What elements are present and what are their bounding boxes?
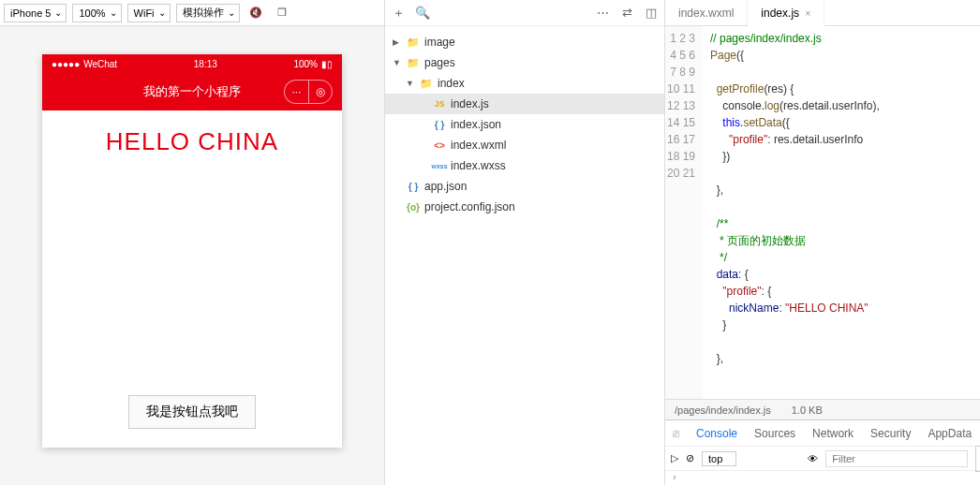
tree-label: index.js <box>451 97 489 110</box>
clear-icon[interactable]: ⊘ <box>686 452 694 464</box>
phone-mockup: ●●●●● WeChat 18:13 100% ▮▯ 我的第一个小程序 ··· … <box>42 54 342 448</box>
simulator-toolbar: iPhone 5 100% WiFi 模拟操作 🔇 ❐ <box>0 0 384 26</box>
split-icon[interactable]: ◫ <box>644 6 659 21</box>
demo-button[interactable]: 我是按钮点我吧 <box>128 395 256 429</box>
devtools-tab-console[interactable]: Console <box>696 427 737 440</box>
file-size: 1.0 KB <box>792 404 823 416</box>
eye-icon[interactable]: 👁 <box>808 453 818 464</box>
devtools-panel: ⎚ ConsoleSourcesNetworkSecurityAppDataAu… <box>665 419 980 485</box>
tree-label: image <box>424 36 455 49</box>
js-icon: JS <box>432 99 447 109</box>
time-label: 18:13 <box>194 59 217 69</box>
close-icon[interactable]: × <box>805 7 810 19</box>
tree-item-index-wxml[interactable]: <>index.wxml <box>385 135 664 155</box>
file-tree-panel: ＋ 🔍 ⋯ ⇄ ◫ ▶📁image▼📁pages▼📁indexJSindex.j… <box>384 0 665 485</box>
json-icon: { } <box>406 182 421 192</box>
folder-icon: 📁 <box>406 57 421 69</box>
network-select[interactable]: WiFi <box>127 4 171 22</box>
tree-item-image[interactable]: ▶📁image <box>385 32 664 52</box>
more-icon[interactable]: ⋯ <box>595 6 610 21</box>
collapse-icon[interactable]: ⇄ <box>619 6 634 21</box>
code-area[interactable]: 1 2 3 4 5 6 7 8 9 10 11 12 13 14 15 16 1… <box>665 26 980 399</box>
devtools-tab-network[interactable]: Network <box>812 427 854 440</box>
devtools-tab-appdata[interactable]: AppData <box>928 427 972 440</box>
hello-text: HELLO CHINA <box>55 127 329 156</box>
tree-item-app-json[interactable]: { }app.json <box>385 176 664 197</box>
filter-input[interactable] <box>825 450 968 467</box>
inspect-icon[interactable]: ⎚ <box>673 427 679 440</box>
tree-label: project.config.json <box>424 200 515 213</box>
battery-label: 100% <box>293 59 318 69</box>
editor-panel: index.wxmlindex.js× 1 2 3 4 5 6 7 8 9 10… <box>665 0 980 419</box>
context-select[interactable]: top <box>702 451 736 466</box>
zoom-select[interactable]: 100% <box>72 4 121 22</box>
phone-status-bar: ●●●●● WeChat 18:13 100% ▮▯ <box>42 54 342 73</box>
detach-icon[interactable]: ❐ <box>272 4 292 22</box>
console-prompt[interactable]: › <box>665 471 980 482</box>
file-path: /pages/index/index.js <box>675 404 771 416</box>
config-icon: {o} <box>406 202 421 213</box>
console-toolbar: ▷ ⊘ top 👁 Default levels <box>665 447 980 471</box>
tree-arrow-icon: ▼ <box>393 58 402 67</box>
tree-item-project-config-json[interactable]: {o}project.config.json <box>385 197 664 217</box>
status-bar: /pages/index/index.js 1.0 KB <box>665 399 980 419</box>
tree-label: index <box>438 77 465 90</box>
search-icon[interactable]: 🔍 <box>415 6 430 21</box>
add-file-icon[interactable]: ＋ <box>391 6 406 21</box>
tree-toolbar: ＋ 🔍 ⋯ ⇄ ◫ <box>385 0 664 26</box>
tree-label: pages <box>424 56 455 69</box>
carrier-label: WeChat <box>83 59 117 69</box>
folder-icon: 📁 <box>419 78 434 90</box>
tree-item-index-json[interactable]: { }index.json <box>385 114 664 135</box>
tree-arrow-icon: ▼ <box>406 79 415 88</box>
tree-item-index[interactable]: ▼📁index <box>385 73 664 94</box>
editor-tab-index-js[interactable]: index.js× <box>748 0 824 26</box>
signal-dots: ●●●●● <box>52 59 80 69</box>
phone-nav-bar: 我的第一个小程序 ··· ◎ <box>42 73 342 110</box>
tree-item-index-wxss[interactable]: wxssindex.wxss <box>385 155 664 176</box>
editor-tabs: index.wxmlindex.js× <box>665 0 980 26</box>
folder-icon: 📁 <box>406 37 421 49</box>
code-content[interactable]: // pages/index/index.js Page({ getProfil… <box>703 26 980 399</box>
devtools-tabs: ⎚ ConsoleSourcesNetworkSecurityAppDataAu… <box>665 420 980 447</box>
wxss-icon: wxss <box>432 163 447 169</box>
mock-select[interactable]: 模拟操作 <box>176 4 240 22</box>
tree-item-index-js[interactable]: JSindex.js <box>385 94 664 114</box>
tree-label: app.json <box>424 180 467 193</box>
capsule-close-button[interactable]: ◎ <box>308 80 333 104</box>
tree-label: index.json <box>451 118 501 131</box>
mute-icon[interactable]: 🔇 <box>245 4 266 22</box>
devtools-tab-sources[interactable]: Sources <box>754 427 795 440</box>
tree-label: index.wxml <box>451 139 506 152</box>
wxml-icon: <> <box>432 140 447 151</box>
json-icon: { } <box>432 120 447 130</box>
simulator-area: ●●●●● WeChat 18:13 100% ▮▯ 我的第一个小程序 ··· … <box>0 26 384 485</box>
line-gutter: 1 2 3 4 5 6 7 8 9 10 11 12 13 14 15 16 1… <box>665 26 703 399</box>
device-select[interactable]: iPhone 5 <box>4 4 67 22</box>
editor-tab-index-wxml[interactable]: index.wxml <box>665 0 748 25</box>
devtools-tab-security[interactable]: Security <box>870 427 911 440</box>
battery-icon: ▮▯ <box>321 59 333 69</box>
levels-select[interactable]: Default levels <box>975 446 980 472</box>
play-icon[interactable]: ▷ <box>671 452 678 464</box>
page-title: 我的第一个小程序 <box>143 83 241 100</box>
tree-label: index.wxss <box>451 159 506 172</box>
tree-arrow-icon: ▶ <box>393 37 402 47</box>
file-tree: ▶📁image▼📁pages▼📁indexJSindex.js{ }index.… <box>385 26 664 223</box>
phone-body: HELLO CHINA 我是按钮点我吧 <box>42 110 342 448</box>
tree-item-pages[interactable]: ▼📁pages <box>385 52 664 73</box>
simulator-panel: iPhone 5 100% WiFi 模拟操作 🔇 ❐ ●●●●● WeChat… <box>0 0 384 485</box>
capsule-more-button[interactable]: ··· <box>284 80 308 104</box>
